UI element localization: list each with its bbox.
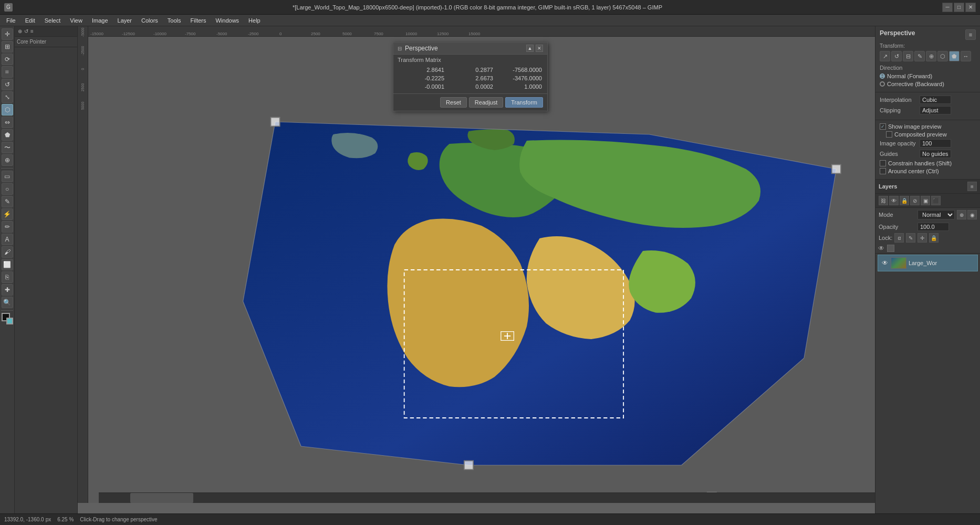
menu-help[interactable]: Help [244,16,265,25]
layer-tool-lock[interactable]: 🔒 [900,196,909,205]
lock-btn-all[interactable]: 🔒 [929,233,939,243]
reset-button[interactable]: Reset [440,97,467,108]
lock-icon-1[interactable]: ⊕ [957,210,966,219]
layer-tool-unlink[interactable]: ⊘ [910,196,920,205]
menu-file[interactable]: File [2,16,20,25]
canvas-wrapper[interactable]: -15000 -12500 -10000 -7500 -5000 -2500 0… [78,26,875,513]
show-image-preview-row[interactable]: ✓ Show image preview [880,123,976,130]
tool-text[interactable]: A [2,234,13,245]
tool-rotate[interactable]: ↺ [2,79,13,90]
composited-preview-checkbox[interactable] [886,131,892,138]
transform-icon-6[interactable]: ⬡ [937,51,948,61]
radio-corrective-dot [880,81,885,87]
tool-move[interactable]: ✛ [2,28,13,40]
visibility-eye-1[interactable]: 👁 [878,245,885,252]
ruler-v-tick: -2500 [81,46,85,56]
layer-tool-chain[interactable]: ⛓ [879,196,888,205]
tool-transform[interactable]: ⟳ [2,54,13,65]
canvas-area[interactable]: ⊟ Perspective ▲ ✕ Transform Matrix 2.864… [88,37,875,503]
mode-row: Mode Normal ⊕ ◉ [875,208,980,222]
tool-options-menu[interactable]: ≡ [965,29,976,40]
transform-icon-7[interactable]: ⬟ [949,51,960,61]
radio-corrective[interactable]: Corrective (Backward) [880,81,976,87]
tool-crop[interactable]: ⌗ [2,66,13,78]
tool-ellipse-select[interactable]: ○ [2,183,13,195]
menu-colors[interactable]: Colors [137,16,162,25]
interpolation-value[interactable]: Cubic [920,96,951,104]
readjust-button[interactable]: Readjust [469,97,503,108]
composited-preview-row[interactable]: Composited preview [880,131,976,138]
menu-filters[interactable]: Filters [186,16,211,25]
constrain-handles-checkbox[interactable] [880,160,886,166]
maximize-button[interactable]: □ [954,3,964,12]
lock-btn-paint[interactable]: ✎ [906,233,915,243]
transform-icon-3[interactable]: ⊟ [903,51,913,61]
tool-paint[interactable]: 🖌 [2,246,13,258]
tool-fuzzy[interactable]: ⚡ [2,208,13,220]
transform-icon-1[interactable]: ↗ [880,51,890,61]
ruler-tick: -5000 [216,32,248,36]
menu-view[interactable]: View [66,16,87,25]
dialog-close-btn[interactable]: ✕ [536,45,543,52]
menu-tools[interactable]: Tools [163,16,185,25]
window-controls[interactable]: ─ □ ✕ [942,3,976,12]
image-opacity-value[interactable]: 100 [920,139,951,148]
layer-tool-eye[interactable]: 👁 [889,196,899,205]
show-image-preview-checkbox[interactable]: ✓ [880,123,886,130]
mode-select[interactable]: Normal [918,210,955,219]
persp-handle-bl[interactable] [464,461,473,470]
tool-paths[interactable]: ✏ [2,221,13,233]
around-center-checkbox[interactable] [880,168,886,174]
minimize-button[interactable]: ─ [942,3,953,12]
transform-icon-5[interactable]: ⊕ [926,51,936,61]
opacity-value[interactable]: 100.0 [918,223,949,231]
tool-eraser[interactable]: ⬜ [2,259,13,270]
tool-cage[interactable]: ⬟ [2,129,13,141]
tool-heal[interactable]: ✚ [2,284,13,296]
tool-warp[interactable]: 〜 [2,142,13,153]
menu-select[interactable]: Select [40,16,65,25]
lock-btn-alpha[interactable]: α [894,233,904,243]
lock-btn-move[interactable]: ✛ [918,233,927,243]
layer-item-0[interactable]: 👁 Large_Wor [878,255,978,271]
tool-align[interactable]: ⊞ [2,41,13,52]
layers-icon-1[interactable]: ≡ [967,182,977,191]
persp-handle-tl[interactable] [270,118,279,127]
layer-tool-extra2[interactable]: ⬛ [931,196,941,205]
lock-icon-2[interactable]: ◉ [967,210,977,219]
menu-image[interactable]: Image [88,16,112,25]
tool-flip[interactable]: ⇔ [2,117,13,128]
tool-clone[interactable]: ⎘ [2,271,13,283]
dialog-rollup-btn[interactable]: ▲ [526,45,534,52]
radio-normal[interactable]: Normal (Forward) [880,73,976,79]
direction-label: Direction [880,65,976,71]
transform-button[interactable]: Transform [505,97,543,108]
menu-windows[interactable]: Windows [211,16,243,25]
ruler-tick: 10000 [405,32,437,36]
constrain-handles-row[interactable]: Constrain handles (Shift) [880,160,976,166]
around-center-label: Around center (Ctrl) [888,168,939,174]
menu-edit[interactable]: Edit [21,16,39,25]
close-button[interactable]: ✕ [965,3,976,12]
transform-icon-4[interactable]: ✎ [914,51,925,61]
persp-handle-tr[interactable] [832,165,841,174]
guides-value[interactable]: No guides [920,150,951,158]
horizontal-scrollbar[interactable] [99,492,875,503]
layer-tool-extra1[interactable]: ▣ [921,196,930,205]
tool-rect-select[interactable]: ▭ [2,171,13,182]
around-center-row[interactable]: Around center (Ctrl) [880,168,976,174]
tool-options-section: Perspective ≡ Transform: ↗ ↺ ⊟ ✎ ⊕ ⬡ ⬟ ↔ [875,26,980,92]
transform-icon-8[interactable]: ↔ [961,51,971,61]
tool-zoom[interactable]: 🔍 [2,297,13,308]
tool-unified[interactable]: ⊕ [2,154,13,166]
matrix-val-11: 2.6673 [446,75,494,82]
matrix-val-20: -0.0001 [398,83,445,90]
tool-scale[interactable]: ⤡ [2,91,13,103]
clipping-value[interactable]: Adjust [920,106,951,114]
tool-perspective[interactable]: ⬡ [2,104,13,116]
menu-layer[interactable]: Layer [113,16,137,25]
foreground-color[interactable] [2,313,13,324]
transform-icon-2[interactable]: ↺ [891,51,902,61]
layer-eye-icon[interactable]: 👁 [881,259,889,267]
tool-lasso[interactable]: ✎ [2,196,13,207]
